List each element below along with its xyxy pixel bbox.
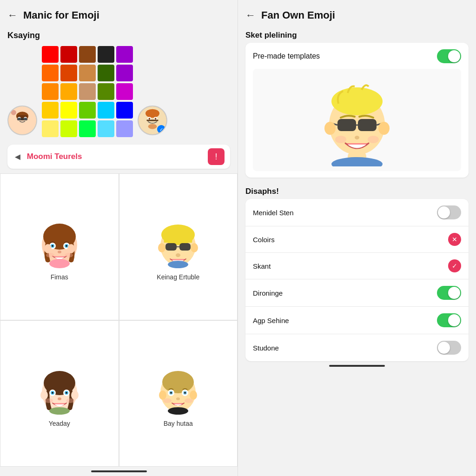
search-back-arrow[interactable]: ◄ bbox=[13, 152, 22, 162]
emoji-cell-1[interactable]: Keinag Ertuble bbox=[119, 173, 238, 320]
color-cell-7[interactable] bbox=[79, 65, 96, 81]
svg-point-77 bbox=[324, 122, 336, 135]
color-cell-21[interactable] bbox=[60, 120, 77, 137]
svg-point-49 bbox=[58, 397, 61, 400]
color-cell-22[interactable] bbox=[79, 120, 96, 137]
emoji-label-3: Bay hutaa bbox=[164, 420, 193, 427]
color-cell-12[interactable] bbox=[79, 83, 96, 100]
svg-point-31 bbox=[49, 259, 70, 268]
toggle-4[interactable] bbox=[437, 313, 461, 327]
color-cell-17[interactable] bbox=[79, 102, 96, 119]
color-cell-4[interactable] bbox=[116, 46, 133, 63]
alert-button[interactable]: ! bbox=[208, 148, 225, 165]
svg-point-63 bbox=[176, 397, 180, 400]
right-header: ← Fan Own Emoji bbox=[238, 0, 476, 27]
color-section: ✓ bbox=[0, 43, 238, 140]
display-row-label-0: Menidel Sten bbox=[253, 209, 294, 217]
svg-point-76 bbox=[355, 136, 359, 139]
left-header: ← Manic for Emoji bbox=[0, 0, 238, 27]
svg-point-24 bbox=[52, 245, 53, 247]
search-bar[interactable]: ◄ Moomi Teurels ! bbox=[7, 145, 230, 169]
display-row-label-4: Agp Sehine bbox=[253, 317, 289, 324]
toggle-knob-3 bbox=[448, 287, 460, 299]
svg-point-81 bbox=[335, 136, 346, 143]
svg-rect-71 bbox=[337, 119, 356, 131]
svg-point-16 bbox=[155, 118, 157, 119]
emoji-cell-3[interactable]: Bay hutaa bbox=[119, 320, 238, 467]
display-row-2[interactable]: Skant ✓ bbox=[245, 253, 469, 279]
emoji-grid: Fimas Keinag Ertuble bbox=[0, 173, 238, 467]
svg-point-37 bbox=[176, 253, 180, 257]
emoji-cell-2[interactable]: Yeaday bbox=[0, 320, 119, 467]
svg-rect-35 bbox=[179, 243, 191, 251]
color-cell-18[interactable] bbox=[98, 102, 114, 119]
color-cell-11[interactable] bbox=[60, 83, 77, 100]
emoji-cell-0[interactable]: Fimas bbox=[0, 173, 119, 320]
color-cell-2[interactable] bbox=[79, 46, 96, 63]
color-cell-14[interactable] bbox=[116, 83, 133, 100]
template-toggle-row: Pre-made templates bbox=[253, 49, 461, 63]
display-row-0[interactable]: Menidel Sten bbox=[245, 199, 469, 226]
color-cell-15[interactable] bbox=[42, 102, 59, 119]
color-cell-24[interactable] bbox=[116, 120, 133, 137]
color-cell-1[interactable] bbox=[60, 46, 77, 63]
template-toggle[interactable] bbox=[437, 49, 461, 63]
color-cell-19[interactable] bbox=[116, 102, 133, 119]
color-cell-5[interactable] bbox=[42, 65, 59, 81]
svg-point-82 bbox=[368, 136, 379, 143]
radio-x-1[interactable]: ✕ bbox=[448, 233, 461, 246]
color-cell-20[interactable] bbox=[42, 120, 59, 137]
svg-point-54 bbox=[49, 407, 70, 415]
bottom-bar-right bbox=[329, 365, 385, 367]
svg-rect-34 bbox=[165, 243, 177, 251]
color-cell-16[interactable] bbox=[60, 102, 77, 119]
right-panel: ← Fan Own Emoji Sket plelining Pre-made … bbox=[238, 0, 476, 476]
color-cell-13[interactable] bbox=[98, 83, 114, 100]
emoji-avatar-2 bbox=[32, 361, 87, 417]
display-row-3[interactable]: Dironinge bbox=[245, 279, 469, 307]
color-cell-9[interactable] bbox=[116, 65, 133, 81]
left-back-button[interactable]: ← bbox=[7, 9, 18, 21]
color-cell-3[interactable] bbox=[98, 46, 114, 63]
emoji-avatar-0 bbox=[32, 215, 87, 271]
svg-point-17 bbox=[148, 124, 157, 129]
svg-point-66 bbox=[163, 398, 172, 403]
sketch-section-label: Sket plelining bbox=[238, 27, 476, 43]
avatar-right-small[interactable]: ✓ bbox=[138, 106, 167, 135]
svg-point-50 bbox=[40, 390, 48, 400]
display-row-4[interactable]: Agp Sehine bbox=[245, 307, 469, 334]
toggle-0[interactable] bbox=[437, 205, 461, 219]
bottom-bar-left bbox=[91, 470, 147, 472]
color-cell-6[interactable] bbox=[60, 65, 77, 81]
toggle-knob bbox=[448, 50, 460, 62]
display-row-label-5: Studone bbox=[253, 344, 279, 352]
color-cell-23[interactable] bbox=[98, 120, 114, 137]
color-section-label: Ksaying bbox=[0, 27, 238, 43]
svg-rect-72 bbox=[358, 119, 377, 131]
svg-point-9 bbox=[11, 110, 16, 115]
alert-icon: ! bbox=[215, 152, 217, 162]
display-section-label: Disaphs! bbox=[238, 183, 476, 199]
display-row-label-2: Skant bbox=[253, 262, 271, 270]
display-section: Menidel Sten Coloirs ✕ Skant ✓ Dironinge… bbox=[245, 199, 469, 361]
emoji-label-1: Keinag Ertuble bbox=[157, 273, 199, 281]
display-row-1[interactable]: Coloirs ✕ bbox=[245, 226, 469, 253]
avatar-left[interactable] bbox=[7, 106, 37, 135]
color-cell-8[interactable] bbox=[98, 65, 114, 81]
color-grid bbox=[42, 46, 133, 137]
svg-point-26 bbox=[58, 251, 61, 253]
svg-point-30 bbox=[65, 253, 73, 258]
right-panel-title: Fan Own Emoji bbox=[261, 9, 335, 21]
svg-point-27 bbox=[44, 244, 52, 253]
toggle-5[interactable] bbox=[437, 341, 461, 355]
color-cell-0[interactable] bbox=[42, 46, 59, 63]
color-cell-10[interactable] bbox=[42, 83, 59, 100]
right-back-button[interactable]: ← bbox=[245, 9, 256, 21]
svg-rect-8 bbox=[17, 118, 28, 120]
svg-point-80 bbox=[331, 157, 383, 166]
svg-point-47 bbox=[52, 392, 53, 394]
radio-check-2[interactable]: ✓ bbox=[448, 259, 461, 272]
toggle-knob-5 bbox=[438, 342, 450, 354]
display-row-5[interactable]: Studone bbox=[245, 334, 469, 361]
toggle-3[interactable] bbox=[437, 286, 461, 300]
